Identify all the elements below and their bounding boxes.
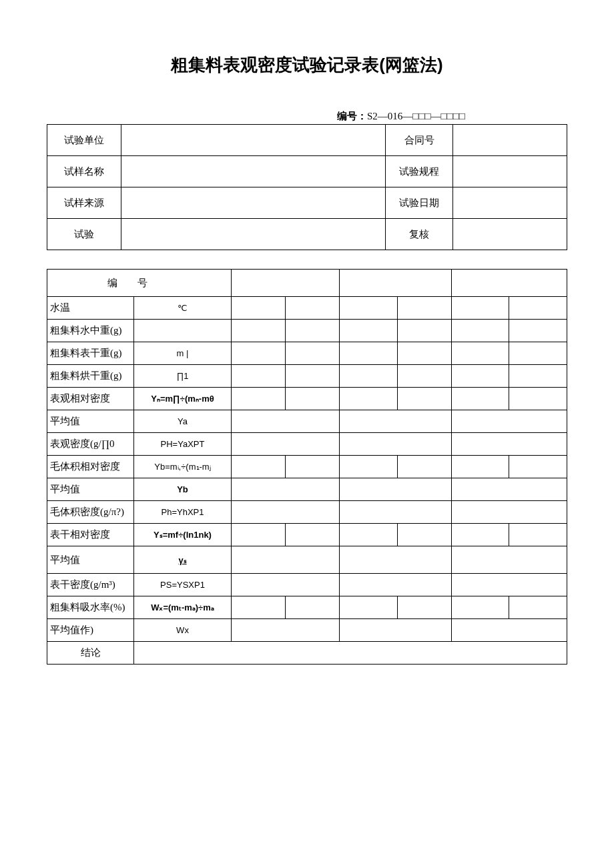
formula-bulk-density: Ph=YhXP1 [134,501,232,524]
table-row: 水温 ℃ [47,297,567,320]
data-cell [397,596,451,619]
data-cell [232,596,286,619]
table-row: 表干密度(g/m³) PS=YSXP1 [47,574,567,596]
data-cell [451,270,567,297]
data-cell [232,410,340,433]
data-cell [397,297,451,320]
data-cell [232,574,340,596]
symbol-surface-dry: m | [134,342,232,365]
table-row: 平均值 Ya [47,410,567,433]
formula-ssd-rel: Yₛ=mf÷(ln1nk) [134,524,232,546]
data-cell [451,456,509,478]
data-cell [232,270,340,297]
data-cell [286,596,340,619]
table-row: 粗集料吸水率(%) Wₓ=(mₜ-mₐ)÷mₐ [47,596,567,619]
label-bulk-rel: 毛体积相对密度 [47,456,134,478]
form-number-label: 编号： [337,111,367,121]
data-cell [232,501,340,524]
data-cell [451,546,567,574]
symbol-avg3: γₛ [134,546,232,574]
data-cell [509,524,567,546]
label-avg4: 平均值作) [47,619,134,642]
data-cell [340,456,398,478]
form-number: 编号：S2—016—□□□—□□□□ [337,110,567,123]
data-cell [232,478,340,501]
symbol-avg4: Wx [134,619,232,642]
data-cell [232,524,286,546]
data-cell [397,524,451,546]
data-cell [451,410,567,433]
conclusion-value [134,642,567,665]
value-test-unit [121,125,386,156]
formula-apparent-rel: Yₙ=m∏÷(mₙ-mθ [134,388,232,410]
table-row: 试验 复核 [47,219,567,250]
symbol-avg1: Ya [134,410,232,433]
data-cell [232,342,286,365]
value-sample-name [121,156,386,187]
formula-ssd-density: PS=YSXP1 [134,574,232,596]
table-row: 粗集料表干重(g) m | [47,342,567,365]
data-cell [397,342,451,365]
table-row: 平均值 γₛ [47,546,567,574]
data-cell [451,342,509,365]
label-avg3: 平均值 [47,546,134,574]
label-avg2: 平均值 [47,478,134,501]
data-cell [340,478,452,501]
serial-label: 编号 [47,270,232,297]
table-row: 平均值作) Wx [47,619,567,642]
label-apparent-density: 表观密度(g/∏0 [47,433,134,456]
header-info-table: 试验单位 合同号 试样名称 试验规程 试样来源 试验日期 试验 复核 [47,124,567,250]
data-cell [232,297,286,320]
label-conclusion: 结论 [47,642,134,665]
data-cell [451,596,509,619]
data-cell [286,456,340,478]
data-cell [451,574,567,596]
table-row: 试样来源 试验日期 [47,187,567,219]
data-cell [397,456,451,478]
label-oven-dry: 粗集料烘干重(g) [47,365,134,388]
data-cell [286,388,340,410]
data-cell [340,546,452,574]
data-cell [286,297,340,320]
data-cell [451,388,509,410]
data-cell [509,456,567,478]
data-cell [509,388,567,410]
table-row: 表观相对密度 Yₙ=m∏÷(mₙ-mθ [47,388,567,410]
label-sample-source: 试样来源 [47,187,121,219]
data-cell [451,501,567,524]
data-cell [286,524,340,546]
data-cell [232,365,286,388]
data-cell [232,433,340,456]
data-cell [340,524,398,546]
data-cell [509,342,567,365]
data-cell [509,365,567,388]
table-row: 粗集料烘干重(g) ∏1 [47,365,567,388]
data-cell [340,410,452,433]
value-test-spec [453,156,567,187]
symbol-oven-dry: ∏1 [134,365,232,388]
data-cell [340,574,452,596]
data-cell [340,342,398,365]
data-cell [397,320,451,342]
data-cell [340,501,452,524]
label-ssd-density: 表干密度(g/m³) [47,574,134,596]
label-bulk-density: 毛体积密度(g/π?) [47,501,134,524]
label-tester: 试验 [47,219,121,250]
table-row: 平均值 Yb [47,478,567,501]
data-cell [509,320,567,342]
data-cell [451,478,567,501]
data-cell [340,270,452,297]
data-cell [340,320,398,342]
label-apparent-rel: 表观相对密度 [47,388,134,410]
data-cell [340,297,398,320]
label-contract-no: 合同号 [386,125,453,156]
data-cell [509,297,567,320]
data-cell [451,297,509,320]
table-row: 试验单位 合同号 [47,125,567,156]
data-cell [451,320,509,342]
label-surface-dry: 粗集料表干重(g) [47,342,134,365]
table-row: 试样名称 试验规程 [47,156,567,187]
data-cell [232,546,340,574]
data-cell [340,619,452,642]
label-weight-in-water: 粗集料水中重(g) [47,320,134,342]
